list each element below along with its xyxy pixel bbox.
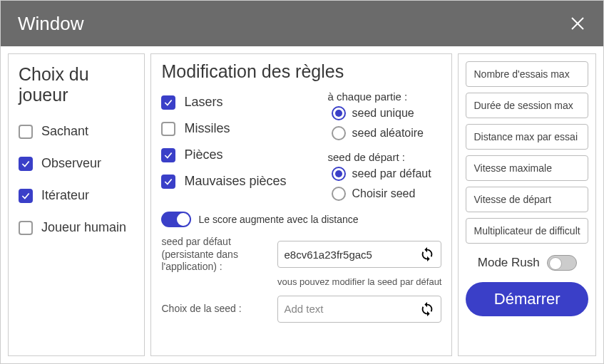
start-seed-heading: seed de départ :	[327, 151, 441, 163]
refresh-icon[interactable]	[419, 301, 435, 317]
close-icon[interactable]	[569, 15, 586, 32]
start-button[interactable]: Démarrer	[466, 282, 588, 316]
seed-mode-heading: à chaque partie :	[327, 90, 441, 103]
default-seed-input-wrap	[277, 241, 441, 268]
score-toggle-row: Le score augmente avec la distance	[161, 212, 441, 227]
rule-missiles-checkbox[interactable]	[161, 122, 175, 136]
param-vitesse-depart[interactable]	[466, 187, 588, 212]
rules-checkboxes: Lasers Missiles Pièces Mauvaises pièces	[161, 89, 319, 203]
seed-mode-aleatoire[interactable]: seed aléatoire	[332, 126, 441, 140]
rules-grid: Lasers Missiles Pièces Mauvaises pièces	[161, 89, 441, 203]
mode-rush-toggle[interactable]	[547, 255, 577, 271]
player-sachant-label: Sachant	[41, 124, 88, 139]
score-toggle[interactable]	[161, 212, 191, 227]
start-seed-choisir-radio[interactable]	[332, 187, 346, 201]
rule-missiles-row: Missiles	[161, 121, 319, 136]
start-seed-defaut[interactable]: seed par défaut	[332, 167, 441, 181]
rule-pieces-checkbox[interactable]	[161, 148, 175, 162]
rule-lasers-checkbox[interactable]	[161, 95, 175, 110]
player-observeur-checkbox[interactable]	[19, 157, 33, 171]
choose-seed-row: Choix de la seed :	[161, 296, 441, 323]
default-seed-label: seed par défaut (persistante dans l'appl…	[161, 236, 272, 274]
seed-mode-unique[interactable]: seed unique	[332, 106, 441, 120]
player-iterateur-checkbox[interactable]	[19, 189, 33, 203]
player-sachant-checkbox[interactable]	[19, 125, 33, 139]
player-observeur-row: Observeur	[19, 156, 134, 171]
seed-note: vous pouvez modifier la seed par défaut	[161, 276, 441, 287]
window-title: Window	[18, 13, 83, 35]
player-observeur-label: Observeur	[41, 156, 101, 171]
rule-mauvaises-pieces-label: Mauvaises pièces	[184, 174, 286, 189]
choose-seed-input-wrap	[277, 296, 441, 323]
rule-lasers-row: Lasers	[161, 95, 319, 110]
rules-panel: Modification des règles Lasers Missiles …	[150, 53, 452, 356]
rules-heading: Modification des règles	[161, 61, 441, 82]
seed-mode-unique-label: seed unique	[352, 107, 414, 120]
param-essais-max[interactable]	[466, 61, 588, 87]
player-iterateur-label: Itérateur	[41, 188, 89, 203]
score-toggle-label: Le score augmente avec la distance	[198, 214, 358, 225]
start-seed-choisir-label: Choisir seed	[352, 187, 415, 200]
rule-missiles-label: Missiles	[184, 121, 230, 136]
param-duree-session[interactable]	[466, 93, 588, 118]
seed-mode-aleatoire-label: seed aléatoire	[352, 127, 424, 140]
player-choice-panel: Choix du joueur Sachant Observeur Itérat…	[8, 53, 145, 356]
player-humain-row: Joueur humain	[19, 220, 134, 235]
param-multiplicateur[interactable]	[466, 218, 588, 244]
seed-options: à chaque partie : seed unique seed aléat…	[327, 89, 441, 203]
body: Choix du joueur Sachant Observeur Itérat…	[1, 46, 603, 363]
player-humain-checkbox[interactable]	[19, 221, 33, 235]
start-seed-defaut-label: seed par défaut	[352, 167, 431, 180]
param-vitesse-max[interactable]	[466, 155, 588, 181]
rule-mauvaises-pieces-row: Mauvaises pièces	[161, 174, 319, 189]
start-seed-choisir[interactable]: Choisir seed	[332, 187, 441, 201]
mode-rush-label: Mode Rush	[478, 256, 540, 270]
window: Window Choix du joueur Sachant Observeur…	[0, 0, 604, 364]
seed-mode-aleatoire-radio[interactable]	[332, 126, 346, 140]
rule-pieces-label: Pièces	[184, 147, 222, 162]
choose-seed-input[interactable]	[284, 303, 419, 315]
player-humain-label: Joueur humain	[41, 220, 126, 235]
start-seed-defaut-radio[interactable]	[332, 167, 346, 181]
mode-rush-row: Mode Rush	[466, 255, 588, 271]
player-sachant-row: Sachant	[19, 124, 134, 139]
rule-lasers-label: Lasers	[184, 95, 222, 110]
choose-seed-label: Choix de la seed :	[161, 303, 272, 316]
refresh-icon[interactable]	[419, 246, 435, 262]
titlebar: Window	[1, 1, 603, 46]
param-distance-max[interactable]	[466, 124, 588, 150]
rule-mauvaises-pieces-checkbox[interactable]	[161, 175, 175, 189]
player-choice-heading: Choix du joueur	[19, 64, 134, 105]
rule-pieces-row: Pièces	[161, 147, 319, 162]
player-iterateur-row: Itérateur	[19, 188, 134, 203]
default-seed-input[interactable]	[284, 249, 419, 261]
params-panel: Mode Rush Démarrer	[458, 53, 596, 356]
default-seed-row: seed par défaut (persistante dans l'appl…	[161, 236, 441, 274]
seed-mode-unique-radio[interactable]	[332, 106, 346, 120]
